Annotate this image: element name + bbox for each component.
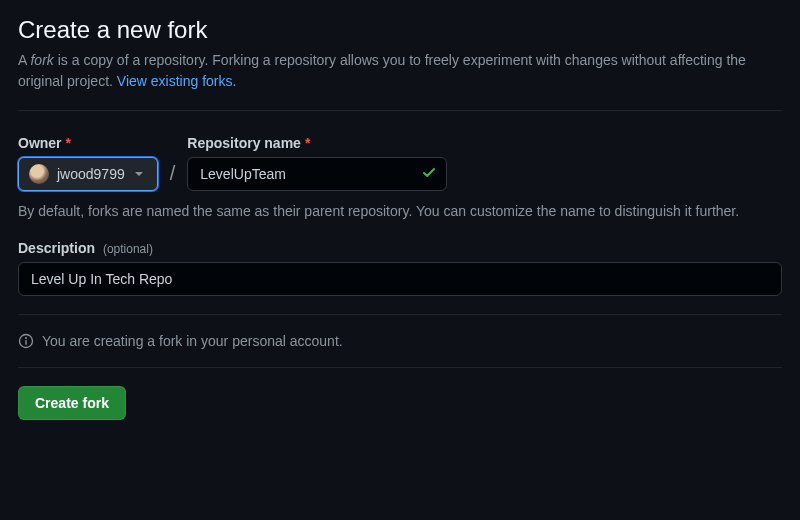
svg-point-1 (25, 337, 27, 339)
check-icon (421, 165, 437, 184)
view-existing-forks-link[interactable]: View existing forks. (117, 73, 237, 89)
required-asterisk: * (305, 135, 310, 151)
repo-name-field: Repository name* (187, 135, 447, 191)
svg-rect-2 (25, 340, 26, 345)
divider (18, 314, 782, 315)
description-field: Description (optional) (18, 240, 782, 296)
repo-name-label-text: Repository name (187, 135, 301, 151)
owner-dropdown[interactable]: jwood9799 (18, 157, 158, 191)
personal-account-notice: You are creating a fork in your personal… (18, 333, 782, 349)
slash-separator: / (168, 162, 178, 191)
description-label-text: Description (18, 240, 95, 256)
divider (18, 367, 782, 368)
avatar (29, 164, 49, 184)
notice-text: You are creating a fork in your personal… (42, 333, 343, 349)
optional-hint: (optional) (103, 242, 153, 256)
create-fork-button[interactable]: Create fork (18, 386, 126, 420)
divider (18, 110, 782, 111)
owner-value: jwood9799 (57, 166, 125, 182)
info-icon (18, 333, 34, 349)
chevron-down-icon (135, 172, 143, 176)
repo-name-label: Repository name* (187, 135, 447, 151)
description-input[interactable] (18, 262, 782, 296)
owner-field: Owner* jwood9799 (18, 135, 158, 191)
lead-fork-word: fork (30, 52, 53, 68)
repo-name-input[interactable] (187, 157, 447, 191)
repo-name-help: By default, forks are named the same as … (18, 201, 782, 222)
page-title: Create a new fork (18, 16, 782, 44)
lead-prefix: A (18, 52, 30, 68)
owner-label: Owner* (18, 135, 158, 151)
owner-repo-row: Owner* jwood9799 / Repository name* (18, 135, 782, 191)
description-label: Description (optional) (18, 240, 782, 256)
required-asterisk: * (66, 135, 71, 151)
owner-label-text: Owner (18, 135, 62, 151)
lead-paragraph: A fork is a copy of a repository. Forkin… (18, 50, 782, 92)
